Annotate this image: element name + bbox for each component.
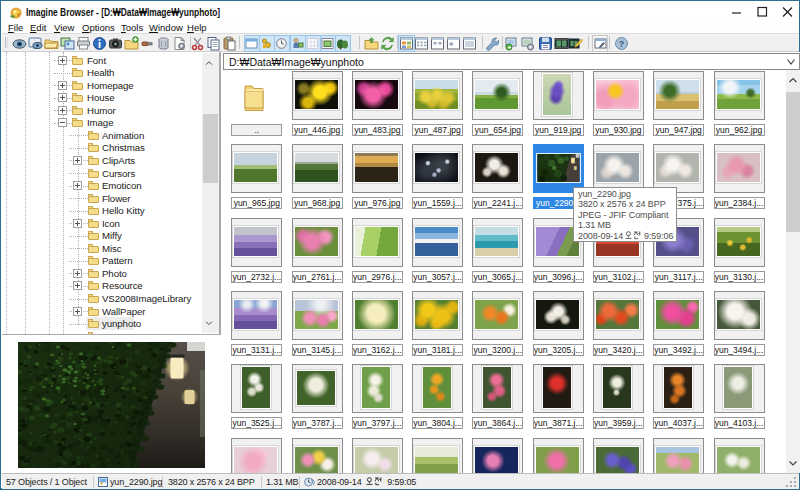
svg-text:?: ? (619, 39, 625, 49)
